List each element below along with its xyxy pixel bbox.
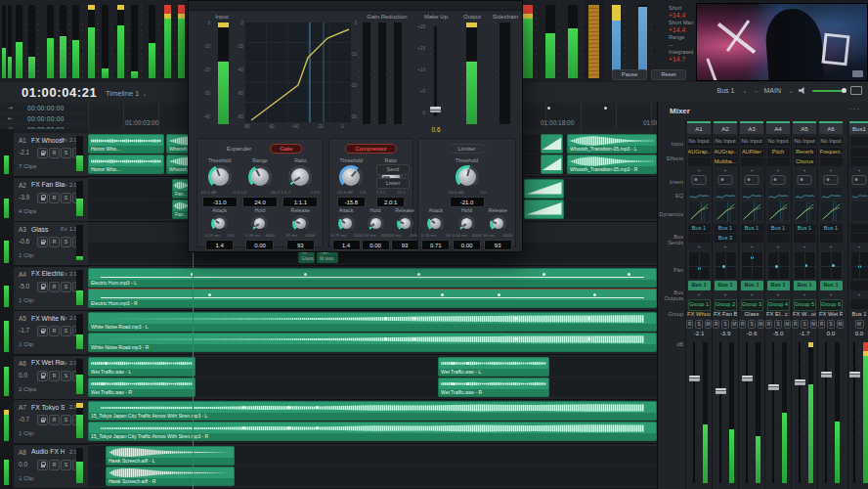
- send-button[interactable]: Send: [376, 164, 410, 175]
- audio-clip[interactable]: 15_Tokyo Japan City Traffic Atmos With S…: [88, 422, 657, 441]
- timeline-selector[interactable]: Timeline 1⌄: [106, 89, 147, 98]
- knob-face[interactable]: [461, 218, 472, 229]
- volume-handle[interactable]: [842, 88, 846, 93]
- record-arm-button[interactable]: R: [686, 320, 693, 329]
- fader-handle[interactable]: [849, 372, 860, 378]
- audio-clip[interactable]: [541, 134, 563, 154]
- knob-face[interactable]: [341, 218, 352, 229]
- lock-button[interactable]: [37, 237, 48, 247]
- tab-limiter[interactable]: Limiter: [448, 144, 485, 154]
- param-value[interactable]: 1:1.1: [282, 197, 318, 207]
- strip-bus-send[interactable]: [767, 234, 790, 243]
- strip-effect-slot[interactable]: Chorus: [794, 157, 816, 166]
- strip-channel-label[interactable]: A3: [740, 121, 763, 134]
- knob-face[interactable]: [370, 218, 381, 229]
- strip-bus-output[interactable]: Bus 1: [820, 281, 843, 290]
- strip-input-select[interactable]: No Input: [820, 137, 843, 146]
- pan-control[interactable]: [715, 251, 737, 280]
- solo-button[interactable]: S: [61, 282, 71, 292]
- automation-point[interactable]: [287, 426, 290, 429]
- strip-bus-send[interactable]: [688, 234, 711, 243]
- makeup-slider-handle[interactable]: [430, 107, 441, 112]
- strip-channel-label[interactable]: A4: [766, 121, 790, 134]
- track-header-a8[interactable]: A8Audio FX Hawk Sc...2.00.0RSM1 Clip: [14, 445, 88, 489]
- pan-control[interactable]: [820, 251, 843, 280]
- strip-eq-thumbnail[interactable]: [715, 187, 737, 199]
- strip-input-select[interactable]: [850, 137, 868, 146]
- audio-clip[interactable]: Whoosh_Transition-05.mp3 - L: [567, 134, 657, 154]
- fader-track[interactable]: [853, 342, 855, 483]
- solo-button[interactable]: S: [695, 320, 702, 329]
- lock-button[interactable]: [37, 460, 48, 470]
- add-effect-button[interactable]: +: [767, 167, 790, 173]
- solo-button[interactable]: S: [801, 320, 807, 329]
- knob-attack[interactable]: [338, 215, 355, 232]
- solo-button[interactable]: S: [61, 460, 71, 470]
- knob-threshold[interactable]: [456, 165, 479, 189]
- audio-clip[interactable]: Wet Traffic.wav - L: [88, 357, 195, 377]
- knob-attack[interactable]: [427, 215, 444, 232]
- strip-channel-label[interactable]: A2: [714, 121, 737, 134]
- strip-dynamics-thumbnail[interactable]: [741, 200, 763, 222]
- knob-release[interactable]: [490, 215, 506, 232]
- strip-effect-slot[interactable]: Reverb: [794, 148, 816, 156]
- param-value[interactable]: 2.0:1: [376, 197, 405, 207]
- strip-bus-send[interactable]: Bus 1: [688, 224, 711, 233]
- strip-channel-label[interactable]: A6: [819, 121, 843, 134]
- automation-point[interactable]: [412, 337, 415, 340]
- fader-track[interactable]: [772, 342, 774, 483]
- insert-toggle[interactable]: [798, 175, 812, 185]
- audio-clip[interactable]: Hawk Screech.aiff - L: [106, 446, 235, 466]
- param-value[interactable]: 0.00: [362, 240, 390, 250]
- record-arm-button[interactable]: R: [49, 237, 60, 247]
- strip-group[interactable]: Group 6: [820, 299, 843, 311]
- makeup-slider-track[interactable]: [434, 26, 437, 116]
- fader-track[interactable]: [799, 342, 801, 483]
- automation-point[interactable]: [441, 293, 444, 296]
- strip-bus-send[interactable]: [850, 224, 868, 233]
- knob-face[interactable]: [211, 168, 229, 186]
- audio-clip[interactable]: [524, 179, 564, 199]
- strip-effect-slot[interactable]: Pitch: [767, 148, 790, 156]
- strip-effect-slot[interactable]: [850, 157, 868, 166]
- solo-button[interactable]: S: [61, 148, 71, 158]
- strip-effect-slot[interactable]: [741, 157, 763, 166]
- param-value[interactable]: -31.0: [202, 197, 238, 207]
- strip-effect-slot[interactable]: [850, 148, 868, 156]
- solo-button[interactable]: S: [774, 320, 781, 329]
- track-header-a3[interactable]: A3GlassFx1.0-0.6RSM1 Clip: [14, 222, 88, 267]
- strip-bus-output[interactable]: [850, 281, 868, 290]
- track-header-a6[interactable]: A6FX Wet RoadFx2.00.0RSM2 Clips: [14, 356, 88, 401]
- add-send-button[interactable]: +: [850, 244, 868, 249]
- track-header-a4[interactable]: A4FX Electric HumFx2.0-5.0RSM1 Clip: [14, 267, 88, 312]
- add-output-button[interactable]: +: [820, 291, 843, 297]
- strip-channel-label[interactable]: A1: [687, 121, 711, 134]
- record-arm-button[interactable]: R: [713, 320, 719, 329]
- audio-clip[interactable]: White Noise Road.mp3 - R: [88, 333, 657, 352]
- expand-viewer-icon[interactable]: [850, 86, 862, 95]
- solo-button[interactable]: S: [827, 320, 834, 329]
- strip-bus-send[interactable]: [741, 234, 763, 243]
- pan-control[interactable]: [688, 251, 711, 280]
- tab-expander[interactable]: Expander: [218, 145, 261, 153]
- solo-button[interactable]: S: [61, 415, 71, 425]
- audio-clip[interactable]: 15_Tokyo Japan City Traffic Atmos With S…: [88, 401, 657, 421]
- monitor-volume-slider[interactable]: [812, 90, 846, 92]
- insert-toggle[interactable]: [718, 175, 733, 185]
- param-value[interactable]: 1.4: [205, 240, 234, 250]
- add-output-button[interactable]: +: [741, 291, 763, 297]
- knob-face[interactable]: [458, 168, 476, 186]
- strip-bus-send[interactable]: Bus 3: [715, 234, 737, 243]
- strip-input-select[interactable]: No Input: [741, 137, 763, 146]
- fader-track[interactable]: [825, 342, 827, 483]
- tab-gate[interactable]: Gate: [270, 144, 302, 154]
- add-send-button[interactable]: +: [794, 244, 816, 249]
- automation-point[interactable]: [242, 426, 245, 429]
- audio-clip[interactable]: Whoosh_Transition-05.mp3 - R: [567, 155, 657, 174]
- solo-button[interactable]: S: [61, 193, 71, 203]
- record-arm-button[interactable]: R: [49, 282, 60, 292]
- speaker-icon[interactable]: [799, 87, 807, 95]
- add-send-button[interactable]: +: [715, 244, 737, 249]
- strip-group[interactable]: Group 5: [794, 299, 816, 311]
- solo-button[interactable]: S: [61, 371, 71, 381]
